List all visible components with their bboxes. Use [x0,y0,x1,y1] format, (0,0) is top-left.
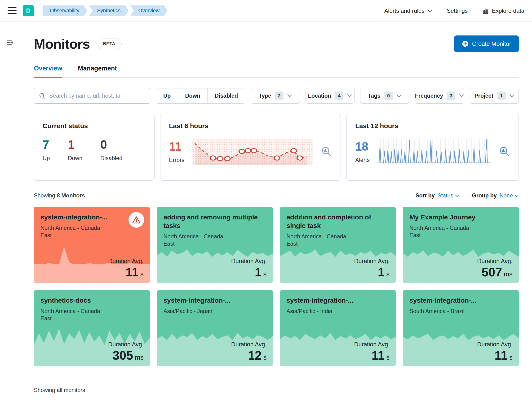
search-input[interactable] [49,93,145,99]
tab-management[interactable]: Management [78,65,117,77]
filter-down-button[interactable]: Down [178,88,207,103]
duration-unit: s [509,354,513,361]
arrow-right-icon [6,39,14,46]
filter-frequency-dropdown[interactable]: Frequency 3 [415,88,464,103]
filter-frequency-count-badge: 3 [447,92,455,100]
monitor-card[interactable]: My Example Journey North America - Canad… [403,207,519,283]
settings-link[interactable]: Settings [447,8,468,14]
filter-type-label: Type [259,93,271,99]
monitor-card[interactable]: system-integration-... South America - B… [403,290,519,366]
duration-block: Duration Avg. 507ms [477,258,513,279]
last-6-hours-panel: Last 6 hours 11 Errors [160,114,341,181]
chevron-down-icon [510,94,514,97]
last-6-hours-title: Last 6 hours [169,122,332,130]
monitor-location: North America - Canada East [403,221,481,239]
beta-badge: BETA [96,38,122,49]
group-by-label: Group by [472,193,496,199]
create-monitor-label: Create Monitor [472,40,511,47]
breadcrumb-synthetics[interactable]: Synthetics [89,5,129,16]
up-label: Up [43,155,50,161]
duration-value: 11 [371,349,385,362]
chevron-down-icon [515,194,519,197]
duration-block: Duration Avg. 305ms [108,341,144,362]
duration-label: Duration Avg. [231,258,267,265]
tab-overview[interactable]: Overview [34,65,62,77]
filter-type-count-badge: 2 [275,92,284,100]
filter-location-label: Location [308,93,331,99]
inspect-icon[interactable] [321,146,332,157]
filter-location-count-badge: 4 [335,92,343,100]
monitor-location: Asia/Pacific - Japan [157,305,235,315]
main-content: Monitors BETA Create Monitor Overview Ma… [20,22,532,393]
alerts-label: Alerts [355,157,370,163]
group-by-dropdown[interactable]: None [500,193,519,199]
monitor-card[interactable]: system-integration-... Asia/Pacific - Ja… [157,290,273,366]
duration-label: Duration Avg. [231,341,267,348]
alerts-and-rules-label: Alerts and rules [384,8,425,14]
filter-disabled-button[interactable]: Disabled [207,88,245,103]
duration-label: Duration Avg. [108,341,144,348]
last-12-hours-title: Last 12 hours [355,122,510,130]
search-box [34,88,150,103]
monitor-card[interactable]: addition and completion of single task N… [280,207,396,283]
monitor-card[interactable]: synthetics-docs North America - Canada E… [34,290,150,366]
filter-tags-dropdown[interactable]: Tags 0 [360,88,409,103]
filter-frequency-label: Frequency [415,93,443,99]
duration-unit: s [140,270,144,278]
monitor-name: system-integration-... [157,290,273,305]
chevron-down-icon [459,94,464,97]
breadcrumb-observability[interactable]: Observability [43,5,87,16]
monitor-location: Asia/Pacific - India [280,305,358,315]
group-by-control: Group by None [472,193,519,199]
duration-block: Duration Avg. 11s [108,258,144,279]
monitors-count-text: Showing 8 Monitors [34,193,85,199]
disabled-count: 0 [100,138,122,152]
alerts-and-rules-menu[interactable]: Alerts and rules [384,8,432,14]
tab-bar: Overview Management [34,65,519,78]
warning-icon [129,212,144,228]
filter-location-dropdown[interactable]: Location 4 [305,88,354,103]
duration-value: 305 [113,349,133,362]
monitor-card[interactable]: system-integration-... North America - C… [34,207,150,283]
deployment-avatar[interactable]: D [23,5,34,16]
current-status-title: Current status [43,122,146,130]
monitor-name: system-integration-... [403,290,519,305]
monitor-card[interactable]: system-integration-... Asia/Pacific - In… [280,290,396,366]
filter-tags-label: Tags [368,93,380,99]
sort-by-dropdown[interactable]: Status [437,193,459,199]
current-status-panel: Current status 7 Up 1 Down 0 Disabled [34,114,154,181]
monitor-name: addition and completion of single task [280,207,396,230]
sort-by-control: Sort by Status [416,193,459,199]
menu-icon[interactable] [8,7,17,14]
monitor-name: adding and removing multiple tasks [157,207,273,230]
status-filter-group: Up Down Disabled [156,88,245,103]
duration-label: Duration Avg. [108,258,144,265]
duration-value: 1 [378,265,385,279]
explore-data-link[interactable]: Explore data [482,8,524,14]
top-bar: D Observability Synthetics Overview Aler… [0,0,532,22]
filter-project-dropdown[interactable]: Project 1 [470,88,519,103]
filter-type-dropdown[interactable]: Type 2 [251,88,300,103]
chevron-down-icon [397,94,401,97]
filter-up-button[interactable]: Up [156,88,178,103]
monitor-name: My Example Journey [403,207,519,221]
breadcrumb-overview[interactable]: Overview [130,5,168,16]
duration-label: Duration Avg. [477,258,513,265]
status-disabled: 0 Disabled [100,138,122,161]
sidebar-expand-button[interactable] [6,39,14,46]
inspect-icon[interactable] [499,146,510,157]
explore-data-label: Explore data [492,8,524,14]
duration-unit: ms [504,270,513,278]
down-label: Down [68,155,82,161]
errors-label: Errors [169,157,184,163]
create-monitor-button[interactable]: Create Monitor [454,36,519,52]
duration-block: Duration Avg. 1s [231,258,267,279]
duration-label: Duration Avg. [354,341,390,348]
monitor-card[interactable]: adding and removing multiple tasks North… [157,207,273,283]
duration-block: Duration Avg. 12s [231,341,267,362]
duration-label: Duration Avg. [354,258,390,265]
chevron-down-icon [287,94,292,97]
duration-value: 507 [482,265,502,279]
disabled-label: Disabled [100,155,122,161]
monitor-name: synthetics-docs [34,290,150,305]
